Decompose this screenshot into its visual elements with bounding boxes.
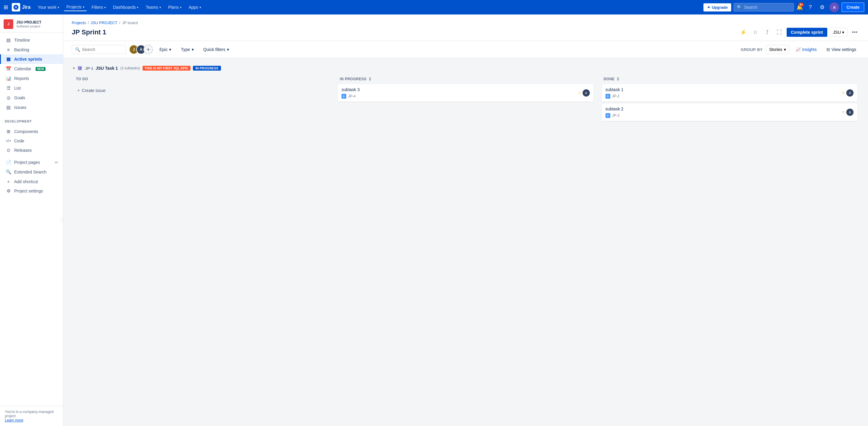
card-jp3-title: subtask 2 <box>606 107 842 111</box>
sidebar-item-calendar[interactable]: 📅 Calendar NEW <box>0 64 63 74</box>
quick-filters-button[interactable]: Quick filters ▾ <box>200 45 232 54</box>
sidebar-item-timeline[interactable]: ▤ Timeline <box>0 35 63 45</box>
breadcrumb-projects[interactable]: Projects <box>72 21 86 25</box>
card-jp3-right: = A <box>842 109 854 116</box>
upgrade-button[interactable]: ✦ Upgrade <box>704 3 732 11</box>
quick-filters-label: Quick filters <box>204 47 225 52</box>
column-done-count: 2 <box>617 77 619 81</box>
sidebar-item-add-shortcut[interactable]: + Add shortcut <box>0 177 63 186</box>
insights-chart-icon: 📈 <box>796 47 801 52</box>
sidebar-item-reports[interactable]: 📊 Reports <box>0 74 63 83</box>
epic-header: ▾ JP-1 JSU Task 1 (3 subtasks) THIS IS M… <box>72 63 860 73</box>
sidebar-item-issues[interactable]: ▤ Issues <box>0 103 63 112</box>
sidebar-label-list: List <box>14 86 21 90</box>
card-jp3[interactable]: subtask 2 JP-3 = A <box>602 104 857 121</box>
projects-menu[interactable]: Projects▾ <box>64 3 87 11</box>
quick-filters-chevron: ▾ <box>227 47 229 52</box>
plus-icon: + <box>77 88 80 93</box>
card-jp2-right: = A <box>842 89 854 96</box>
complete-sprint-button[interactable]: Complete sprint <box>786 28 827 37</box>
card-jp2-title: subtask 1 <box>606 87 842 92</box>
sidebar-item-project-pages[interactable]: 📄 Project pages ✏ <box>0 158 63 167</box>
epic-name: JSU Task 1 <box>96 66 118 70</box>
sidebar-item-goals[interactable]: ◎ Goals <box>0 93 63 103</box>
more-button[interactable]: ••• <box>850 27 860 37</box>
card-jp3-type-icon <box>606 113 610 118</box>
dashboards-menu[interactable]: Dashboards▾ <box>111 4 141 11</box>
column-done-body: subtask 1 JP-2 = A <box>599 84 860 164</box>
view-settings-button[interactable]: ⊟ View settings <box>823 45 860 54</box>
footer-text: You're in a company-managed project <box>5 410 58 418</box>
sidebar-item-list[interactable]: ☰ List <box>0 83 63 93</box>
breadcrumb-project[interactable]: JSU PROJECT <box>91 21 118 25</box>
board-search-input[interactable] <box>82 47 118 52</box>
insights-button[interactable]: 📈 Insights <box>792 45 820 54</box>
help-button[interactable]: ? <box>805 2 815 12</box>
sidebar-label-active-sprints: Active sprints <box>14 57 42 61</box>
breadcrumb-board: JP board <box>122 21 138 25</box>
collapse-icon[interactable]: ▾ <box>73 66 75 70</box>
column-inprogress: IN PROGRESS 2 subtask 3 JP-4 <box>336 73 595 164</box>
your-work-menu[interactable]: Your work▾ <box>35 4 61 11</box>
create-button[interactable]: Create <box>841 2 864 12</box>
sidebar-item-releases[interactable]: ⊙ Releases <box>0 145 63 155</box>
sidebar-item-components[interactable]: ⊞ Components <box>0 127 63 136</box>
group-by-label: GROUP BY <box>741 47 763 52</box>
card-jp2[interactable]: subtask 1 JP-2 = A <box>602 84 857 102</box>
user-avatar[interactable]: A <box>830 2 839 12</box>
filters-menu[interactable]: Filters▾ <box>89 4 108 11</box>
status-badge: IN PROGRESS <box>193 66 221 70</box>
settings-button[interactable]: ⚙ <box>817 2 827 12</box>
apps-menu[interactable]: Apps▾ <box>186 4 204 11</box>
board-search-box[interactable]: 🔍 <box>72 45 126 54</box>
stories-button[interactable]: Stories ▾ <box>766 45 789 54</box>
card-jp4-right: = A <box>578 89 590 96</box>
priority-icon-3: = <box>842 110 844 115</box>
components-icon: ⊞ <box>6 129 11 134</box>
learn-more-link[interactable]: Learn more <box>5 418 23 422</box>
column-todo-header: TO DO <box>72 73 332 84</box>
jsu-chevron: ▾ <box>842 30 844 35</box>
share-button[interactable]: ⤴ <box>763 27 772 37</box>
add-shortcut-icon: + <box>6 179 11 184</box>
sidebar-item-active-sprints[interactable]: ▦ Active sprints <box>0 54 63 64</box>
card-jp2-type-icon <box>606 94 610 98</box>
create-issue-button[interactable]: + Create issue <box>74 85 330 96</box>
project-type: Software project <box>16 24 59 28</box>
project-name: JSU PROJECT <box>16 20 59 24</box>
add-member-avatar[interactable]: + <box>144 45 153 54</box>
card-jp4[interactable]: subtask 3 JP-4 = A <box>338 84 593 102</box>
sidebar-toggle[interactable]: ‹ <box>60 217 63 223</box>
sidebar-label-components: Components <box>14 129 38 134</box>
plans-menu[interactable]: Plans▾ <box>166 4 184 11</box>
epic-chevron: ▾ <box>169 47 171 52</box>
notifications-button[interactable]: 🔔 9+ <box>796 4 803 10</box>
fullscreen-button[interactable]: ⛶ <box>775 27 784 37</box>
card-jp2-id: JP-2 <box>612 94 620 98</box>
column-inprogress-count: 2 <box>369 77 371 81</box>
avatar-group: J A + <box>129 45 153 54</box>
jira-logo[interactable]: Jira <box>12 3 30 11</box>
edit-icon[interactable]: ✏ <box>55 160 58 165</box>
column-todo: TO DO + Create issue <box>72 73 332 164</box>
star-button[interactable]: ☆ <box>750 27 760 37</box>
epic-filter-button[interactable]: Epic ▾ <box>156 45 175 54</box>
sidebar-item-project-settings[interactable]: ⚙ Project settings <box>0 186 63 196</box>
page-title: JP Sprint 1 <box>72 28 106 36</box>
board-area: ▾ JP-1 JSU Task 1 (3 subtasks) THIS IS M… <box>63 58 868 426</box>
sidebar-label-backlog: Backlog <box>14 47 29 52</box>
page-header: Projects / JSU PROJECT / JP board JP Spr… <box>63 15 868 41</box>
teams-menu[interactable]: Teams▾ <box>143 4 163 11</box>
sidebar-label-reports: Reports <box>14 76 29 81</box>
sidebar: J JSU PROJECT Software project ‹ ▤ Timel… <box>0 15 63 426</box>
sidebar-label-add-shortcut: Add shortcut <box>14 179 38 184</box>
grid-icon[interactable]: ⊞ <box>4 4 8 10</box>
sidebar-item-extended-search[interactable]: 🔍 Extended Search <box>0 167 63 177</box>
sidebar-item-backlog[interactable]: ≡ Backlog <box>0 45 63 54</box>
timeline-icon: ▤ <box>6 37 11 43</box>
global-search-box[interactable]: 🔍 Search <box>734 3 794 11</box>
jsu-button[interactable]: JSU ▾ <box>830 28 847 37</box>
lightning-button[interactable]: ⚡ <box>738 27 748 37</box>
type-filter-button[interactable]: Type ▾ <box>178 45 197 54</box>
sidebar-item-code[interactable]: </> Code <box>0 136 63 145</box>
